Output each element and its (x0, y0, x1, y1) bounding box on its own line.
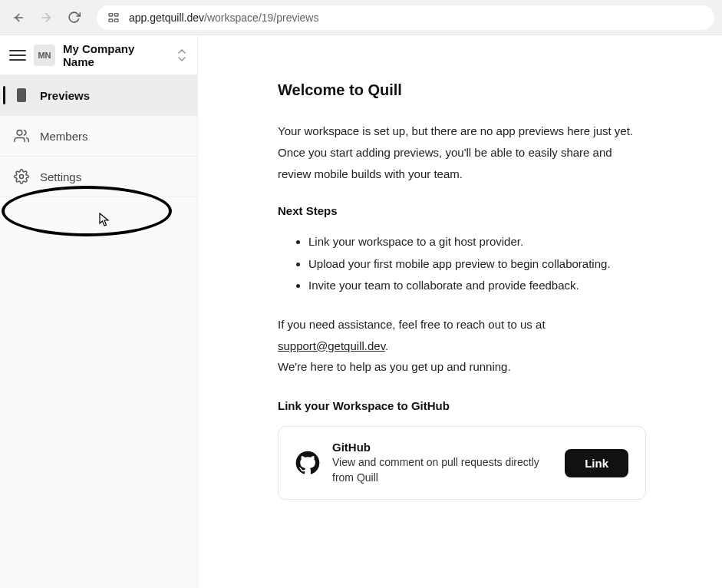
gear-icon (14, 169, 29, 184)
previews-icon (14, 88, 29, 103)
link-github-button[interactable]: Link (565, 449, 628, 477)
support-email-link[interactable]: support@getquill.dev (278, 339, 385, 352)
assist-prefix: If you need assistance, feel free to rea… (278, 318, 546, 331)
browser-url: app.getquill.dev/workspace/19/previews (129, 12, 318, 24)
svg-rect-2 (109, 13, 113, 15)
svg-rect-5 (114, 19, 118, 21)
list-item: Invite your team to collaborate and prov… (308, 275, 685, 297)
browser-reload-button[interactable] (63, 7, 84, 28)
svg-rect-3 (114, 13, 118, 15)
svg-point-8 (20, 175, 24, 179)
sidebar: MN My Company Name Previews Members (0, 35, 198, 588)
sidebar-item-previews[interactable]: Previews (0, 75, 197, 115)
assist-line2: We're here to help as you get up and run… (278, 356, 685, 378)
svg-rect-4 (109, 19, 113, 21)
page-title: Welcome to Quill (278, 81, 685, 99)
assist-suffix: . (385, 339, 388, 352)
members-icon (14, 128, 29, 144)
chevrons-up-down-icon (176, 48, 188, 63)
browser-forward-button[interactable] (35, 7, 57, 28)
intro-text: Your workspace is set up, but there are … (278, 121, 646, 184)
sidebar-item-label: Previews (40, 89, 90, 102)
svg-point-7 (17, 130, 22, 136)
sidebar-nav: Previews Members Settings (0, 75, 197, 197)
assistance-text: If you need assistance, feel free to rea… (278, 314, 685, 378)
browser-back-button[interactable] (8, 7, 29, 28)
browser-toolbar: app.getquill.dev/workspace/19/previews (0, 0, 722, 35)
list-item: Upload your first mobile app preview to … (308, 253, 685, 276)
menu-icon[interactable] (9, 47, 26, 64)
browser-address-bar[interactable]: app.getquill.dev/workspace/19/previews (97, 5, 714, 30)
workspace-name: My Company Name (63, 42, 168, 68)
github-card-title: GitHub (332, 441, 552, 454)
workspace-switcher[interactable]: MN My Company Name (0, 35, 197, 75)
site-settings-icon[interactable] (106, 10, 121, 25)
next-steps-heading: Next Steps (278, 204, 685, 217)
sidebar-item-label: Settings (40, 170, 81, 183)
next-steps-list: Link your workspace to a git host provid… (278, 231, 685, 297)
list-item: Link your workspace to a git host provid… (308, 231, 685, 253)
divider (0, 197, 197, 197)
github-link-card: GitHub View and comment on pull requests… (278, 426, 646, 500)
sidebar-item-settings[interactable]: Settings (0, 157, 197, 197)
github-icon (295, 451, 320, 475)
svg-rect-6 (17, 88, 26, 102)
sidebar-item-members[interactable]: Members (0, 116, 197, 156)
cursor-icon (99, 213, 110, 226)
sidebar-item-label: Members (40, 130, 88, 143)
link-github-heading: Link your Workspace to GitHub (278, 399, 685, 412)
main-content: Welcome to Quill Your workspace is set u… (198, 35, 722, 588)
github-card-description: View and comment on pull requests direct… (332, 455, 552, 485)
workspace-avatar: MN (34, 45, 55, 66)
